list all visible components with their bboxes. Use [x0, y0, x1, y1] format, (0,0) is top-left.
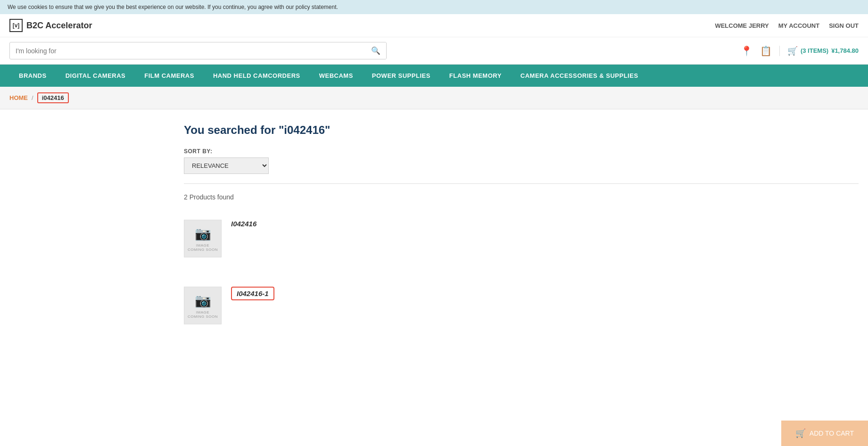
breadcrumb: HOME / i042416	[0, 87, 868, 109]
welcome-label: WELCOME JERRY	[715, 22, 769, 29]
product-name-1[interactable]: I042416	[231, 220, 256, 228]
product-details-1: I042416	[231, 220, 256, 228]
cookie-banner: We use cookies to ensure that we give yo…	[0, 0, 868, 14]
breadcrumb-home[interactable]: HOME	[9, 94, 28, 101]
search-title-prefix: You searched for	[184, 124, 279, 136]
cart-info[interactable]: 🛒 (3 ITEMS) ¥1,784.80	[779, 46, 859, 56]
camera-icon-2: 📷	[195, 293, 211, 308]
cart-items-label: (3 ITEMS)	[801, 47, 828, 54]
product-details-2: I042416-1	[231, 287, 274, 300]
nav-flash-memory[interactable]: FLASH MEMORY	[440, 65, 511, 87]
sort-select[interactable]: RELEVANCE NAME PRICE (LOW TO HIGH) PRICE…	[184, 157, 269, 174]
location-icon[interactable]: 📍	[741, 45, 752, 57]
search-bar-container: 🔍 📍 📋 🛒 (3 ITEMS) ¥1,784.80	[0, 37, 868, 65]
search-button[interactable]: 🔍	[365, 42, 386, 59]
my-account-link[interactable]: MY ACCOUNT	[778, 22, 819, 29]
nav-handheld-camcorders[interactable]: HAND HELD CAMCORDERS	[204, 65, 310, 87]
header-right: WELCOME JERRY MY ACCOUNT SIGN OUT	[715, 22, 859, 29]
camera-icon-1: 📷	[195, 226, 211, 241]
cart-icon: 🛒	[787, 46, 798, 56]
image-coming-soon-1: IMAGECOMING SOON	[188, 243, 218, 252]
cookie-text: We use cookies to ensure that we give yo…	[8, 4, 338, 10]
header-icons: 📍 📋 🛒 (3 ITEMS) ¥1,784.80	[741, 45, 859, 57]
logo-icon: [v]	[9, 19, 23, 32]
product-name-2[interactable]: I042416-1	[231, 287, 274, 300]
search-input[interactable]	[10, 43, 365, 58]
nav-power-supplies[interactable]: POWER SUPPLIES	[363, 65, 440, 87]
nav-film-cameras[interactable]: FILM CAMERAS	[135, 65, 204, 87]
logo-text: B2C Accelerator	[26, 21, 92, 31]
main-nav: BRANDS DIGITAL CAMERAS FILM CAMERAS HAND…	[0, 65, 868, 87]
nav-digital-cameras[interactable]: DIGITAL CAMERAS	[56, 65, 135, 87]
cart-total: ¥1,784.80	[831, 47, 859, 54]
breadcrumb-separator: /	[32, 94, 33, 101]
product-image-1[interactable]: 📷 IMAGECOMING SOON	[184, 220, 222, 257]
search-bar: 🔍	[9, 42, 387, 59]
image-coming-soon-2: IMAGECOMING SOON	[188, 310, 218, 319]
product-image-2[interactable]: 📷 IMAGECOMING SOON	[184, 287, 222, 324]
nav-brands[interactable]: BRANDS	[9, 65, 56, 87]
search-title: You searched for "i042416"	[184, 124, 859, 137]
products-found: 2 Products found	[184, 193, 859, 201]
sort-by-label: SORT BY:	[184, 148, 859, 155]
nav-camera-accessories[interactable]: CAMERA ACCESSORIES & SUPPLIES	[511, 65, 648, 87]
divider	[184, 183, 859, 184]
search-icon: 🔍	[371, 47, 380, 55]
header: [v] B2C Accelerator WELCOME JERRY MY ACC…	[0, 14, 868, 37]
product-item-2: 📷 IMAGECOMING SOON I042416-1	[184, 279, 859, 332]
list-icon[interactable]: 📋	[760, 45, 772, 57]
main-content: You searched for "i042416" SORT BY: RELE…	[0, 109, 868, 346]
nav-webcams[interactable]: WEBCAMS	[310, 65, 363, 87]
search-query: "i042416"	[279, 124, 331, 136]
product-item: 📷 IMAGECOMING SOON I042416	[184, 212, 859, 265]
logo[interactable]: [v] B2C Accelerator	[9, 19, 92, 32]
breadcrumb-current: i042416	[37, 92, 69, 103]
sign-out-link[interactable]: SIGN OUT	[829, 22, 859, 29]
